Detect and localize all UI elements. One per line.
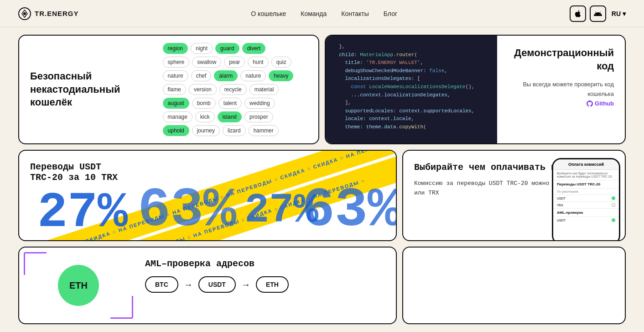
choose-card: Выбирайте чем оплачивать комиссию Комисс… [402,150,626,241]
phone-section2: AML-проверка [553,209,619,217]
word-row: flameversionrecyclematerial [163,84,294,95]
main-nav: О кошельке Команда Контакты Блог [251,10,397,17]
word-row: upholdjourneylizardhammer [163,125,294,136]
demo-code-card: }, child: MaterialApp.router( title: 'TR… [325,35,626,144]
word-tag: lizard [223,125,246,136]
demo-title: Демонстрационный код [508,47,614,73]
word-tag: hunt [248,57,268,68]
word-tag: flame [163,84,186,95]
usdt-title: Переводы USDTTRC-20 за 10 TRX [30,162,385,183]
word-tag: bomb [192,98,216,109]
logo-icon [18,7,31,20]
usdt-card: Переводы USDTTRC-20 за 10 TRX СКИДКА ○ С… [18,150,397,241]
phone-subtitle: Выберите как будет оплачиваться комиссия… [553,170,619,180]
nav-about[interactable]: О кошельке [251,10,286,17]
phone-trx-row: TRX [553,202,619,209]
apple-store-button[interactable] [570,5,586,22]
word-tag: nature [240,70,266,81]
corner-bracket-br [110,296,133,319]
word-row: naturechefalarmnatureheavy [163,70,294,81]
word-tag: alarm [214,70,238,81]
word-tag: august [163,98,189,109]
word-tag: sphere [163,57,190,68]
word-tag: pear [224,57,245,68]
aml-card: ETH AML–проверка адресов BTC → USDT → ET… [18,247,397,324]
wallet-card-left: Безопасный некастодиальный кошелёк [19,36,138,143]
chain-usdt: USDT [198,276,236,293]
wallet-title: Безопасный некастодиальный кошелёк [30,70,127,109]
placeholder-card [402,247,626,324]
bottom-row: ETH AML–проверка адресов BTC → USDT → ET… [18,247,626,324]
stripe-text-2: НА ПЕРЕВОДЫ ○ СКИДКА ○ СКИДКА ○ СКИДКА ○… [19,177,366,240]
percent-63b: 63% [302,183,396,238]
word-tag: night [191,43,213,54]
language-selector[interactable]: RU ▾ [612,10,626,17]
word-row: managekickislandprosper [163,111,294,122]
word-tag: divert [242,43,265,54]
aml-chain: BTC → USDT → ETH [145,276,389,293]
chain-eth: ETH [256,276,289,293]
word-tag: journey [192,125,220,136]
word-tag: kick [195,111,215,122]
aml-card-right: AML–проверка адресов BTC → USDT → ETH [138,248,396,323]
word-tag: island [218,111,242,122]
word-tag: nature [163,70,188,81]
percent-63a: 63% [138,183,236,238]
android-store-button[interactable] [590,5,606,22]
word-tag: material [249,84,279,95]
wallet-card-right: regionnightguarddivertsphereswallowpearh… [138,36,318,143]
word-row: regionnightguarddivert [163,43,294,54]
top-row: Безопасный некастодиальный кошелёк regio… [18,35,626,144]
chain-arrow-1: → [184,279,193,290]
github-link[interactable]: Github [508,99,614,109]
phone-usdt-row: USDT [553,195,619,202]
word-cloud: regionnightguarddivertsphereswallowpearh… [156,36,301,143]
aml-card-left: ETH [19,248,138,323]
percent-27b: 27% [244,190,318,231]
logo-text: TR.ENERGY [35,10,79,17]
word-tag: version [189,84,217,95]
phone-default: По умолчанию [553,189,619,195]
usdt-title-area: Переводы USDTTRC-20 за 10 TRX [19,151,396,186]
chain-arrow-2: → [241,279,250,290]
aml-title: AML–проверка адресов [145,258,389,269]
mid-row: Переводы USDTTRC-20 за 10 TRX СКИДКА ○ С… [18,150,626,241]
word-tag: wedding [244,98,275,109]
phone-body: Оплата комиссий Выберите как будет оплач… [552,158,620,241]
eth-bubble: ETH [58,265,99,306]
phone-header: Оплата комиссий [553,159,619,170]
word-tag: recycle [219,84,247,95]
word-tag: guard [215,43,239,54]
word-tag: manage [163,111,192,122]
app-store-buttons [570,5,606,22]
main-content: Безопасный некастодиальный кошелёк regio… [0,27,644,332]
demo-desc: Вы всегда можете проверить код кошелька … [508,80,614,108]
word-row: augustbombtalentwedding [163,98,294,109]
word-tag: prosper [244,111,273,122]
word-tag: region [163,43,188,54]
word-tag: chef [191,70,212,81]
svg-point-1 [23,12,26,15]
nav-contacts[interactable]: Контакты [341,10,369,17]
phone-section1: Переводы USDT TRC-20 [553,180,619,189]
code-text: }, child: MaterialApp.router( title: 'TR… [333,43,490,132]
phone-mockup: Оплата комиссий Выберите как будет оплач… [552,158,626,241]
phone-aml-usdt: USDT [553,217,619,223]
code-snippet-area: }, child: MaterialApp.router( title: 'TR… [326,36,497,143]
word-tag: swallow [192,57,221,68]
word-tag: talent [218,98,242,109]
word-row: sphereswallowpearhuntquiz [163,57,294,68]
demo-code-info: Демонстрационный код Вы всегда можете пр… [497,36,625,143]
chain-btc: BTC [145,276,178,293]
nav-blog[interactable]: Блог [384,10,397,17]
nav-team[interactable]: Команда [301,10,327,17]
wallet-card: Безопасный некастодиальный кошелёк regio… [18,35,319,144]
percent-27a: 27% [37,188,128,238]
logo[interactable]: TR.ENERGY [18,7,79,20]
word-tag: quiz [271,57,291,68]
word-tag: uphold [163,125,189,136]
word-tag: hammer [249,125,279,136]
corner-bracket-tl [24,252,47,275]
word-tag: heavy [269,70,293,81]
